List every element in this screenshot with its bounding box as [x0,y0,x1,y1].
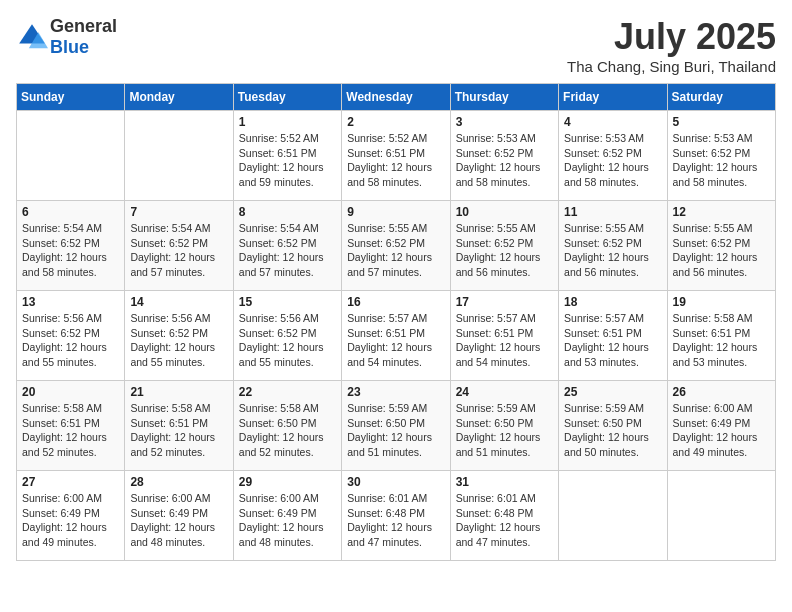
day-detail: Sunrise: 5:53 AMSunset: 6:52 PMDaylight:… [456,131,553,190]
day-detail: Sunrise: 5:55 AMSunset: 6:52 PMDaylight:… [564,221,661,280]
day-detail: Sunrise: 5:53 AMSunset: 6:52 PMDaylight:… [673,131,770,190]
calendar-cell: 12Sunrise: 5:55 AMSunset: 6:52 PMDayligh… [667,201,775,291]
calendar-cell: 21Sunrise: 5:58 AMSunset: 6:51 PMDayligh… [125,381,233,471]
calendar-cell: 13Sunrise: 5:56 AMSunset: 6:52 PMDayligh… [17,291,125,381]
day-number: 28 [130,475,227,489]
calendar-cell: 15Sunrise: 5:56 AMSunset: 6:52 PMDayligh… [233,291,341,381]
calendar-cell: 18Sunrise: 5:57 AMSunset: 6:51 PMDayligh… [559,291,667,381]
day-detail: Sunrise: 5:57 AMSunset: 6:51 PMDaylight:… [456,311,553,370]
day-number: 10 [456,205,553,219]
calendar-table: SundayMondayTuesdayWednesdayThursdayFrid… [16,83,776,561]
calendar-week-2: 6Sunrise: 5:54 AMSunset: 6:52 PMDaylight… [17,201,776,291]
day-header-saturday: Saturday [667,84,775,111]
logo-icon [16,21,48,53]
sub-title: Tha Chang, Sing Buri, Thailand [567,58,776,75]
day-number: 19 [673,295,770,309]
day-number: 20 [22,385,119,399]
calendar-cell: 25Sunrise: 5:59 AMSunset: 6:50 PMDayligh… [559,381,667,471]
calendar-cell: 10Sunrise: 5:55 AMSunset: 6:52 PMDayligh… [450,201,558,291]
calendar-cell: 6Sunrise: 5:54 AMSunset: 6:52 PMDaylight… [17,201,125,291]
calendar-cell: 8Sunrise: 5:54 AMSunset: 6:52 PMDaylight… [233,201,341,291]
day-number: 25 [564,385,661,399]
calendar-cell: 29Sunrise: 6:00 AMSunset: 6:49 PMDayligh… [233,471,341,561]
day-header-tuesday: Tuesday [233,84,341,111]
day-number: 11 [564,205,661,219]
logo-text-general: General [50,16,117,36]
day-detail: Sunrise: 6:00 AMSunset: 6:49 PMDaylight:… [239,491,336,550]
day-detail: Sunrise: 5:55 AMSunset: 6:52 PMDaylight:… [347,221,444,280]
calendar-cell: 3Sunrise: 5:53 AMSunset: 6:52 PMDaylight… [450,111,558,201]
day-header-sunday: Sunday [17,84,125,111]
day-detail: Sunrise: 6:00 AMSunset: 6:49 PMDaylight:… [130,491,227,550]
day-number: 3 [456,115,553,129]
calendar-week-1: 1Sunrise: 5:52 AMSunset: 6:51 PMDaylight… [17,111,776,201]
day-number: 13 [22,295,119,309]
day-number: 30 [347,475,444,489]
logo: General Blue [16,16,117,58]
day-detail: Sunrise: 5:58 AMSunset: 6:51 PMDaylight:… [22,401,119,460]
day-detail: Sunrise: 5:55 AMSunset: 6:52 PMDaylight:… [673,221,770,280]
page-header: General Blue July 2025 Tha Chang, Sing B… [16,16,776,75]
calendar-cell: 5Sunrise: 5:53 AMSunset: 6:52 PMDaylight… [667,111,775,201]
day-number: 12 [673,205,770,219]
calendar-cell: 28Sunrise: 6:00 AMSunset: 6:49 PMDayligh… [125,471,233,561]
calendar-cell: 14Sunrise: 5:56 AMSunset: 6:52 PMDayligh… [125,291,233,381]
day-detail: Sunrise: 6:00 AMSunset: 6:49 PMDaylight:… [673,401,770,460]
day-detail: Sunrise: 5:58 AMSunset: 6:51 PMDaylight:… [130,401,227,460]
calendar-header-row: SundayMondayTuesdayWednesdayThursdayFrid… [17,84,776,111]
day-number: 24 [456,385,553,399]
calendar-cell: 1Sunrise: 5:52 AMSunset: 6:51 PMDaylight… [233,111,341,201]
day-detail: Sunrise: 6:01 AMSunset: 6:48 PMDaylight:… [456,491,553,550]
day-detail: Sunrise: 5:54 AMSunset: 6:52 PMDaylight:… [239,221,336,280]
day-detail: Sunrise: 6:01 AMSunset: 6:48 PMDaylight:… [347,491,444,550]
day-number: 27 [22,475,119,489]
day-header-monday: Monday [125,84,233,111]
day-detail: Sunrise: 5:58 AMSunset: 6:51 PMDaylight:… [673,311,770,370]
day-number: 6 [22,205,119,219]
calendar-cell: 22Sunrise: 5:58 AMSunset: 6:50 PMDayligh… [233,381,341,471]
day-header-thursday: Thursday [450,84,558,111]
day-detail: Sunrise: 5:56 AMSunset: 6:52 PMDaylight:… [130,311,227,370]
day-detail: Sunrise: 5:58 AMSunset: 6:50 PMDaylight:… [239,401,336,460]
calendar-cell [559,471,667,561]
calendar-cell: 17Sunrise: 5:57 AMSunset: 6:51 PMDayligh… [450,291,558,381]
day-detail: Sunrise: 5:57 AMSunset: 6:51 PMDaylight:… [564,311,661,370]
calendar-cell: 24Sunrise: 5:59 AMSunset: 6:50 PMDayligh… [450,381,558,471]
day-number: 8 [239,205,336,219]
day-number: 23 [347,385,444,399]
calendar-cell: 31Sunrise: 6:01 AMSunset: 6:48 PMDayligh… [450,471,558,561]
calendar-cell [667,471,775,561]
day-number: 14 [130,295,227,309]
day-detail: Sunrise: 5:55 AMSunset: 6:52 PMDaylight:… [456,221,553,280]
day-detail: Sunrise: 5:56 AMSunset: 6:52 PMDaylight:… [22,311,119,370]
day-number: 18 [564,295,661,309]
day-number: 22 [239,385,336,399]
day-detail: Sunrise: 5:52 AMSunset: 6:51 PMDaylight:… [347,131,444,190]
calendar-week-5: 27Sunrise: 6:00 AMSunset: 6:49 PMDayligh… [17,471,776,561]
day-number: 2 [347,115,444,129]
day-detail: Sunrise: 5:52 AMSunset: 6:51 PMDaylight:… [239,131,336,190]
calendar-cell [17,111,125,201]
day-detail: Sunrise: 5:59 AMSunset: 6:50 PMDaylight:… [456,401,553,460]
day-detail: Sunrise: 5:57 AMSunset: 6:51 PMDaylight:… [347,311,444,370]
day-detail: Sunrise: 5:53 AMSunset: 6:52 PMDaylight:… [564,131,661,190]
calendar-cell: 11Sunrise: 5:55 AMSunset: 6:52 PMDayligh… [559,201,667,291]
day-number: 5 [673,115,770,129]
calendar-cell: 23Sunrise: 5:59 AMSunset: 6:50 PMDayligh… [342,381,450,471]
day-number: 7 [130,205,227,219]
calendar-cell: 9Sunrise: 5:55 AMSunset: 6:52 PMDaylight… [342,201,450,291]
logo-text-blue: Blue [50,37,89,57]
day-number: 15 [239,295,336,309]
calendar-cell: 2Sunrise: 5:52 AMSunset: 6:51 PMDaylight… [342,111,450,201]
day-number: 29 [239,475,336,489]
calendar-week-3: 13Sunrise: 5:56 AMSunset: 6:52 PMDayligh… [17,291,776,381]
day-number: 4 [564,115,661,129]
day-detail: Sunrise: 5:56 AMSunset: 6:52 PMDaylight:… [239,311,336,370]
calendar-cell: 16Sunrise: 5:57 AMSunset: 6:51 PMDayligh… [342,291,450,381]
day-number: 17 [456,295,553,309]
day-detail: Sunrise: 5:54 AMSunset: 6:52 PMDaylight:… [130,221,227,280]
day-header-friday: Friday [559,84,667,111]
day-header-wednesday: Wednesday [342,84,450,111]
day-detail: Sunrise: 6:00 AMSunset: 6:49 PMDaylight:… [22,491,119,550]
day-number: 26 [673,385,770,399]
